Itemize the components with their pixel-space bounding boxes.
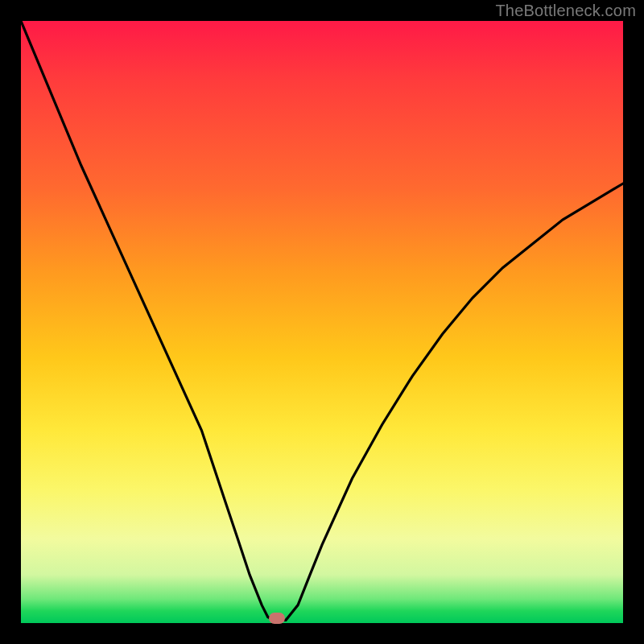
watermark-text: TheBottleneck.com: [495, 2, 636, 20]
chart-frame: TheBottleneck.com: [0, 0, 644, 644]
optimum-marker: [269, 613, 285, 624]
bottleneck-curve: [21, 21, 623, 620]
curve-layer: [21, 21, 623, 623]
